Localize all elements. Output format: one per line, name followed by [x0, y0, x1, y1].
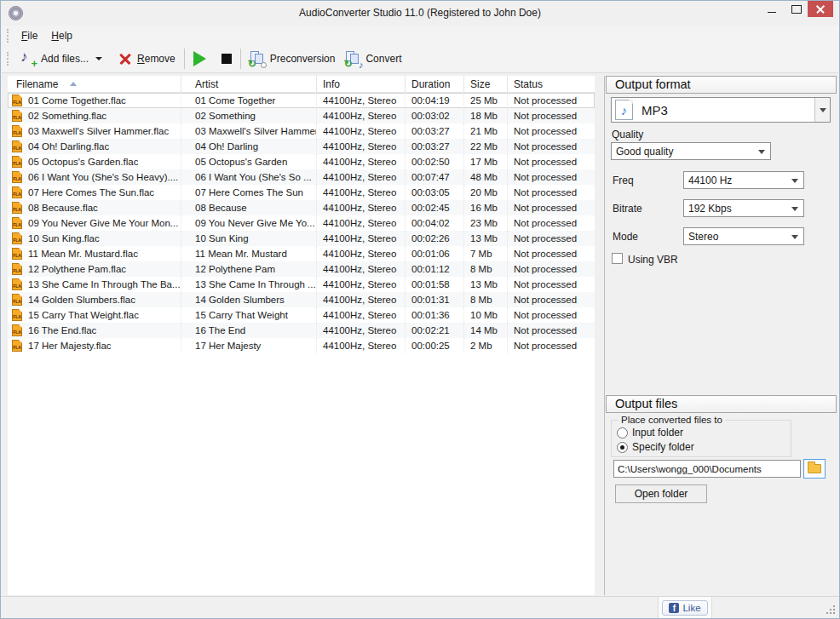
input-folder-option[interactable]: Input folder: [617, 427, 683, 438]
statusbar: f Like: [1, 596, 839, 618]
radio-unselected-icon[interactable]: [617, 427, 628, 438]
table-row[interactable]: FLA10 Sun King.flac10 Sun King44100Hz, S…: [8, 231, 595, 246]
cell-duration: 00:04:19: [406, 93, 464, 108]
browse-folder-button[interactable]: [803, 459, 826, 479]
output-path-input[interactable]: [613, 460, 801, 478]
cell-artist: 16 The End: [181, 323, 317, 338]
format-select[interactable]: ♪ MP3: [611, 97, 831, 123]
cell-size: 20 Mb: [464, 185, 508, 200]
cell-duration: 00:01:58: [406, 277, 464, 292]
mode-select[interactable]: Stereo: [683, 227, 804, 245]
cell-artist: 12 Polythene Pam: [181, 261, 317, 277]
cell-info: 44100Hz, Stereo: [317, 123, 406, 139]
table-row[interactable]: FLA03 Maxwell's Silver Hammer.flac03 Max…: [8, 123, 595, 139]
facebook-like-button[interactable]: f Like: [662, 600, 707, 616]
cell-info: 44100Hz, Stereo: [317, 338, 406, 353]
radio-selected-icon[interactable]: [617, 442, 628, 453]
cell-status: Not processed: [508, 108, 595, 123]
cell-duration: 00:00:25: [406, 338, 464, 353]
stop-button[interactable]: [216, 48, 237, 71]
column-header-artist[interactable]: Artist: [181, 76, 317, 92]
specify-folder-label: Specify folder: [632, 441, 694, 453]
cell-duration: 00:01:06: [406, 246, 464, 261]
cell-size: 8 Mb: [464, 261, 508, 277]
play-button[interactable]: [188, 48, 211, 71]
menubar-gripper: [7, 29, 9, 43]
cell-size: 2 Mb: [464, 338, 508, 353]
cell-artist: 10 Sun King: [181, 231, 317, 246]
column-header-status[interactable]: Status: [508, 76, 595, 92]
cell-artist: 09 You Never Give Me Yo...: [181, 215, 317, 231]
table-row[interactable]: FLA04 Oh! Darling.flac04 Oh! Darling4410…: [8, 139, 595, 154]
add-files-button[interactable]: ♪+ Add files...: [14, 48, 107, 71]
cell-filename: FLA08 Because.flac: [8, 200, 181, 215]
format-value: MP3: [642, 103, 814, 117]
play-icon: [193, 51, 206, 66]
panel-splitter[interactable]: [604, 76, 605, 595]
cell-info: 44100Hz, Stereo: [317, 215, 406, 231]
table-row[interactable]: FLA15 Carry That Weight.flac15 Carry Tha…: [8, 307, 595, 323]
cell-status: Not processed: [508, 154, 595, 169]
cell-duration: 00:03:05: [406, 185, 464, 200]
convert-button[interactable]: ↻♪ Convert: [340, 48, 406, 71]
maximize-button[interactable]: [784, 1, 808, 17]
table-row[interactable]: FLA02 Something.flac02 Something44100Hz,…: [8, 108, 595, 123]
specify-folder-option[interactable]: Specify folder: [617, 441, 694, 453]
table-row[interactable]: FLA08 Because.flac08 Because44100Hz, Ste…: [8, 200, 595, 215]
column-header-size[interactable]: Size: [464, 76, 508, 92]
freq-select[interactable]: 44100 Hz: [683, 171, 804, 189]
bitrate-label: Bitrate: [613, 203, 642, 215]
vbr-checkbox[interactable]: [612, 253, 623, 264]
cell-artist: 08 Because: [181, 200, 317, 215]
cell-filename: FLA03 Maxwell's Silver Hammer.flac: [8, 123, 181, 139]
cell-info: 44100Hz, Stereo: [317, 200, 406, 215]
add-files-icon: ♪+: [20, 50, 37, 67]
cell-info: 44100Hz, Stereo: [317, 246, 406, 261]
cell-status: Not processed: [508, 123, 595, 139]
column-header-info[interactable]: Info: [317, 76, 406, 92]
column-header-duration[interactable]: Duration: [406, 76, 464, 92]
preconversion-label: Preconversion: [270, 53, 336, 65]
bitrate-select[interactable]: 192 Kbps: [683, 199, 804, 217]
preconversion-button[interactable]: ↻ Preconversion: [245, 48, 341, 71]
cell-filename: FLA10 Sun King.flac: [8, 231, 181, 246]
table-row[interactable]: FLA13 She Came In Through The Ba...13 Sh…: [8, 277, 595, 292]
app-icon: [9, 6, 23, 20]
table-row[interactable]: FLA05 Octopus's Garden.flac05 Octopus's …: [8, 154, 595, 169]
table-row[interactable]: FLA11 Mean Mr. Mustard.flac11 Mean Mr. M…: [8, 246, 595, 261]
table-row[interactable]: FLA16 The End.flac16 The End44100Hz, Ste…: [8, 323, 595, 338]
cell-info: 44100Hz, Stereo: [317, 93, 406, 108]
add-files-dropdown-arrow[interactable]: [95, 57, 102, 60]
cell-status: Not processed: [508, 169, 595, 185]
flac-file-icon: FLA: [12, 232, 22, 244]
freq-label: Freq: [613, 175, 634, 186]
cell-status: Not processed: [508, 93, 595, 108]
mode-value: Stereo: [688, 231, 718, 243]
table-row[interactable]: FLA14 Golden Slumbers.flac14 Golden Slum…: [8, 292, 595, 307]
table-row[interactable]: FLA17 Her Majesty.flac17 Her Majesty4410…: [8, 338, 595, 353]
table-row[interactable]: FLA01 Come Together.flac01 Come Together…: [8, 93, 595, 108]
minimize-button[interactable]: [760, 1, 784, 17]
table-row[interactable]: FLA07 Here Comes The Sun.flac07 Here Com…: [8, 185, 595, 200]
cell-filename: FLA06 I Want You (She's So Heavy)....: [8, 169, 181, 185]
column-header-filename[interactable]: Filename: [8, 76, 181, 92]
open-folder-button[interactable]: Open folder: [615, 484, 707, 503]
output-format-header: Output format: [606, 76, 837, 94]
cell-status: Not processed: [508, 231, 595, 246]
menu-help[interactable]: Help: [44, 27, 79, 44]
cell-size: 17 Mb: [464, 154, 508, 169]
flac-file-icon: FLA: [12, 340, 22, 352]
format-dropdown-button[interactable]: [814, 98, 830, 122]
cell-duration: 00:01:12: [406, 261, 464, 277]
remove-button[interactable]: Remove: [112, 48, 181, 71]
quality-select[interactable]: Good quality: [611, 142, 771, 160]
bitrate-value: 192 Kbps: [688, 203, 732, 215]
cell-size: 18 Mb: [464, 108, 508, 123]
table-row[interactable]: FLA09 You Never Give Me Your Mon...09 Yo…: [8, 215, 595, 231]
close-button[interactable]: [808, 1, 833, 17]
table-row[interactable]: FLA12 Polythene Pam.flac12 Polythene Pam…: [8, 261, 595, 277]
table-row[interactable]: FLA06 I Want You (She's So Heavy)....06 …: [8, 169, 595, 185]
resize-grip[interactable]: [825, 604, 836, 615]
menu-file[interactable]: File: [14, 27, 44, 44]
cell-duration: 00:01:31: [406, 292, 464, 307]
